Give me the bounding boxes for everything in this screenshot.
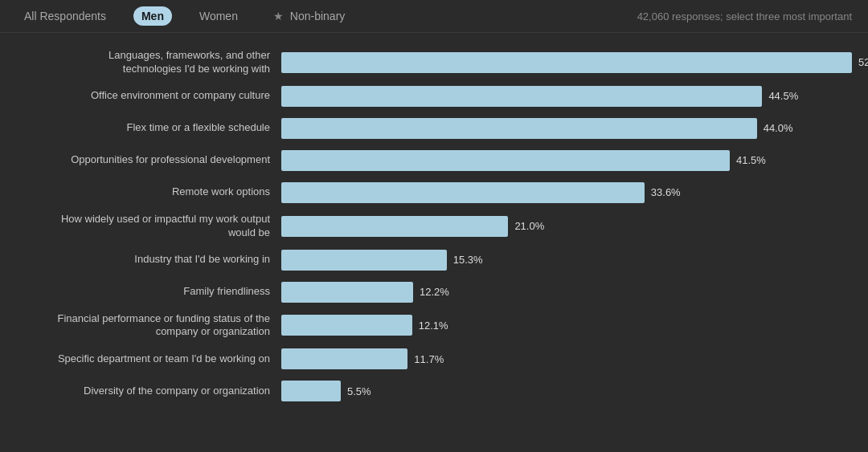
bar-label-7: Family friendliness	[16, 285, 281, 299]
response-note: 42,060 responses; select three most impo…	[637, 10, 852, 22]
bar-label-2: Flex time or a flexible schedule	[16, 121, 281, 135]
bar-value-9: 11.7%	[414, 353, 444, 365]
bar-value-2: 44.0%	[764, 122, 793, 134]
bar-value-4: 33.6%	[651, 186, 681, 198]
bar-value-1: 44.5%	[768, 90, 798, 102]
bar-row-7: Family friendliness12.2%	[16, 280, 852, 304]
bar-track-2: 44.0%	[281, 118, 852, 139]
bar-row-6: Industry that I'd be working in15.3%	[16, 248, 852, 272]
bar-fill-3	[281, 150, 730, 171]
bar-value-6: 15.3%	[453, 254, 483, 266]
bar-fill-10	[281, 381, 341, 401]
bar-row-8: Financial performance or funding status …	[16, 312, 852, 340]
filter-bar: All RespondentsMenWomen★ Non-binary42,06…	[0, 0, 868, 33]
bar-row-5: How widely used or impactful my work out…	[16, 213, 852, 240]
bar-value-8: 12.1%	[419, 320, 448, 332]
bar-track-0: 52.8%	[281, 52, 868, 73]
bar-track-9: 11.7%	[281, 348, 852, 369]
bar-label-6: Industry that I'd be working in	[16, 253, 281, 267]
bar-track-6: 15.3%	[281, 250, 852, 271]
filter-nonbinary[interactable]: ★ Non-binary	[265, 6, 353, 26]
bar-label-10: Diversity of the company or organization	[16, 385, 281, 398]
bar-fill-6	[281, 250, 447, 271]
bar-track-10: 5.5%	[281, 381, 852, 401]
bar-track-1: 44.5%	[281, 86, 852, 107]
bar-label-8: Financial performance or funding status …	[16, 312, 281, 340]
bar-fill-2	[281, 118, 757, 139]
chart-container: Languages, frameworks, and othertechnolo…	[0, 33, 868, 427]
bar-label-1: Office environment or company culture	[16, 89, 281, 103]
bar-row-0: Languages, frameworks, and othertechnolo…	[16, 49, 852, 76]
bar-row-9: Specific department or team I'd be worki…	[16, 347, 852, 371]
bar-label-3: Opportunities for professional developme…	[16, 153, 281, 167]
bar-fill-5	[281, 216, 508, 237]
bar-track-8: 12.1%	[281, 315, 852, 336]
bar-label-0: Languages, frameworks, and othertechnolo…	[16, 49, 281, 76]
filter-men[interactable]: Men	[133, 6, 172, 26]
bar-fill-1	[281, 86, 762, 107]
bar-row-1: Office environment or company culture44.…	[16, 84, 852, 108]
bar-value-3: 41.5%	[736, 154, 766, 166]
bar-fill-4	[281, 182, 645, 203]
bar-label-5: How widely used or impactful my work out…	[16, 213, 281, 240]
bar-fill-7	[281, 282, 413, 303]
bar-row-10: Diversity of the company or organization…	[16, 379, 852, 403]
bar-value-7: 12.2%	[420, 286, 449, 298]
bar-row-3: Opportunities for professional developme…	[16, 149, 852, 173]
filter-women[interactable]: Women	[191, 6, 246, 26]
bar-track-7: 12.2%	[281, 282, 852, 303]
bar-row-2: Flex time or a flexible schedule44.0%	[16, 116, 852, 140]
bar-label-4: Remote work options	[16, 185, 281, 199]
bar-fill-9	[281, 348, 407, 369]
bar-track-4: 33.6%	[281, 182, 852, 203]
bar-row-4: Remote work options33.6%	[16, 181, 852, 205]
bar-fill-0	[281, 52, 852, 73]
bar-track-3: 41.5%	[281, 150, 852, 171]
bar-value-5: 21.0%	[514, 220, 544, 232]
bar-value-0: 52.8%	[858, 56, 868, 68]
star-icon: ★	[273, 10, 287, 22]
bar-track-5: 21.0%	[281, 216, 852, 237]
bar-label-9: Specific department or team I'd be worki…	[16, 352, 281, 366]
filter-all[interactable]: All Respondents	[16, 6, 114, 26]
bar-value-10: 5.5%	[347, 385, 371, 397]
bar-fill-8	[281, 315, 412, 336]
